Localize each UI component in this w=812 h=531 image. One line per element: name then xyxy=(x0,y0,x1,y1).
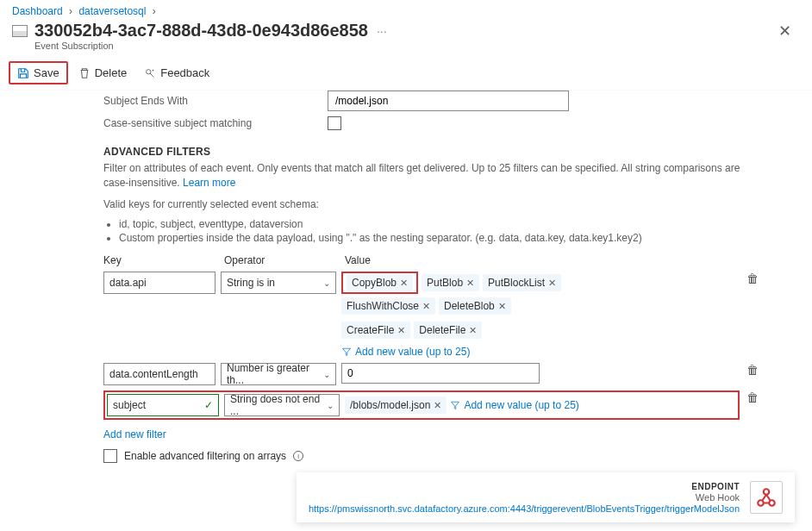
remove-icon[interactable]: ✕ xyxy=(548,278,556,289)
filter-row: subject String does not end ... ⌄ /blobs… xyxy=(103,390,760,420)
filter-key-input[interactable]: subject xyxy=(107,394,219,416)
filter-values: /blobs/model.json✕ Add new value (up to … xyxy=(345,397,736,414)
delete-filter-icon[interactable]: 🗑 xyxy=(745,390,760,404)
operator-label: Number is greater th... xyxy=(227,362,323,386)
case-sensitive-checkbox[interactable] xyxy=(328,116,341,130)
list-item: Custom properties inside the data payloa… xyxy=(119,232,760,244)
filter-values xyxy=(341,363,740,384)
subject-ends-with-row: Subject Ends With xyxy=(103,91,760,111)
remove-icon[interactable]: ✕ xyxy=(400,278,408,289)
tag-label: CopyBlob xyxy=(352,277,397,289)
remove-icon[interactable]: ✕ xyxy=(434,400,441,411)
enable-arrays-checkbox[interactable] xyxy=(103,449,117,463)
save-button[interactable]: Save xyxy=(9,61,68,84)
endpoint-type: Web Hook xyxy=(309,492,740,503)
add-value-button[interactable]: Add new value (up to 25) xyxy=(450,399,578,411)
svg-point-1 xyxy=(153,69,154,71)
filter-row: data.contentLength Number is greater th.… xyxy=(103,363,760,385)
learn-more-link[interactable]: Learn more xyxy=(183,177,235,189)
webhook-icon xyxy=(750,481,783,514)
breadcrumb-resource[interactable]: dataversetosql xyxy=(78,5,146,17)
chevron-right-icon: › xyxy=(69,5,72,17)
filter-value-input[interactable] xyxy=(341,363,540,384)
filter-operator-select[interactable]: Number is greater th... ⌄ xyxy=(221,363,336,385)
valid-keys-list: id, topic, subject, eventtype, dataversi… xyxy=(119,218,760,244)
delete-label: Delete xyxy=(95,66,128,79)
advanced-filters-desc: Filter on attributes of each event. Only… xyxy=(103,161,760,191)
close-icon[interactable]: ✕ xyxy=(778,22,791,41)
filter-values: CopyBlob✕ PutBlob✕ PutBlockList✕ FlushWi… xyxy=(341,272,634,358)
filter-operator-select[interactable]: String does not end ... ⌄ xyxy=(224,394,340,416)
subject-ends-with-input[interactable] xyxy=(328,91,569,111)
svg-point-3 xyxy=(769,500,775,506)
highlight: CopyBlob✕ xyxy=(341,272,418,294)
subject-ends-with-label: Subject Ends With xyxy=(103,95,328,107)
remove-icon[interactable]: ✕ xyxy=(422,301,430,312)
valid-keys-intro: Valid keys for currently selected event … xyxy=(103,197,760,212)
col-operator-header: Operator xyxy=(224,254,345,266)
enable-arrays-row: Enable advanced filtering on arrays i xyxy=(103,449,760,463)
chevron-down-icon: ⌄ xyxy=(323,278,330,288)
tag-label: DeleteBlob xyxy=(444,300,495,312)
remove-icon[interactable]: ✕ xyxy=(466,278,474,289)
resource-icon xyxy=(12,25,28,37)
chevron-right-icon: › xyxy=(153,5,156,17)
page-subtitle: Event Subscription xyxy=(0,41,812,56)
remove-icon[interactable]: ✕ xyxy=(498,301,506,312)
value-tag[interactable]: PutBlob✕ xyxy=(422,274,479,291)
add-value-label: Add new value (up to 25) xyxy=(464,399,578,411)
value-tag[interactable]: CopyBlob✕ xyxy=(347,274,413,291)
breadcrumb-dashboard[interactable]: Dashboard xyxy=(12,5,63,17)
case-sensitive-label: Case-sensitive subject matching xyxy=(103,117,328,129)
save-icon xyxy=(17,67,29,79)
tag-label: DeleteFile xyxy=(419,324,465,336)
value-tag[interactable]: /blobs/model.json✕ xyxy=(345,397,447,414)
tag-label: PutBlob xyxy=(427,277,463,289)
svg-point-4 xyxy=(764,489,770,495)
list-item: id, topic, subject, eventtype, dataversi… xyxy=(119,218,760,230)
more-icon[interactable]: ··· xyxy=(377,24,387,38)
filter-add-icon xyxy=(450,400,460,410)
col-value-header: Value xyxy=(345,254,760,266)
delete-filter-icon[interactable]: 🗑 xyxy=(745,272,760,285)
remove-icon[interactable]: ✕ xyxy=(397,325,405,336)
add-filter-link[interactable]: Add new filter xyxy=(103,428,760,440)
endpoint-card: ENDPOINT Web Hook https://pmswissnorth.s… xyxy=(297,472,795,522)
content-area: Subject Ends With Case-sensitive subject… xyxy=(0,91,812,504)
endpoint-label: ENDPOINT xyxy=(309,482,740,491)
value-tag[interactable]: DeleteFile✕ xyxy=(414,322,482,339)
chevron-down-icon: ⌄ xyxy=(327,401,334,410)
add-value-label: Add new value (up to 25) xyxy=(355,346,470,358)
delete-filter-icon[interactable]: 🗑 xyxy=(745,363,760,377)
filter-add-icon xyxy=(341,347,352,357)
chevron-down-icon: ⌄ xyxy=(323,370,330,379)
add-value-button[interactable]: Add new value (up to 25) xyxy=(341,346,470,358)
tag-label: CreateFile xyxy=(347,324,394,336)
breadcrumb: Dashboard › dataversetosql › xyxy=(0,0,812,19)
endpoint-url[interactable]: https://pmswissnorth.svc.datafactory.azu… xyxy=(309,503,740,514)
tag-label: /blobs/model.json xyxy=(350,399,430,411)
value-tag[interactable]: DeleteBlob✕ xyxy=(439,297,511,315)
toolbar: Save Delete Feedback xyxy=(0,56,812,91)
case-sensitive-row: Case-sensitive subject matching xyxy=(103,116,760,130)
feedback-button[interactable]: Feedback xyxy=(137,61,216,84)
value-tag[interactable]: PutBlockList✕ xyxy=(483,274,561,291)
remove-icon[interactable]: ✕ xyxy=(469,325,477,336)
save-label: Save xyxy=(34,66,59,79)
filter-operator-select[interactable]: String is in ⌄ xyxy=(221,272,336,294)
advanced-filters-title: ADVANCED FILTERS xyxy=(103,146,760,158)
value-tag[interactable]: CreateFile✕ xyxy=(341,322,410,339)
tag-label: PutBlockList xyxy=(488,277,545,289)
page-header: 330052b4-3ac7-888d-43d8-0e943d86e858 ···… xyxy=(0,19,812,41)
trash-icon xyxy=(78,67,91,79)
info-icon[interactable]: i xyxy=(293,451,303,461)
value-tag[interactable]: FlushWithClose✕ xyxy=(341,297,435,315)
filter-key-input[interactable]: data.contentLength xyxy=(103,363,215,385)
endpoint-text: ENDPOINT Web Hook https://pmswissnorth.s… xyxy=(309,482,740,514)
page-title: 330052b4-3ac7-888d-43d8-0e943d86e858 xyxy=(34,21,368,41)
delete-button[interactable]: Delete xyxy=(72,61,134,84)
filter-key-input[interactable]: data.api xyxy=(103,272,215,294)
enable-arrays-label: Enable advanced filtering on arrays xyxy=(124,450,286,462)
col-key-header: Key xyxy=(103,254,224,266)
tag-label: FlushWithClose xyxy=(347,300,419,312)
